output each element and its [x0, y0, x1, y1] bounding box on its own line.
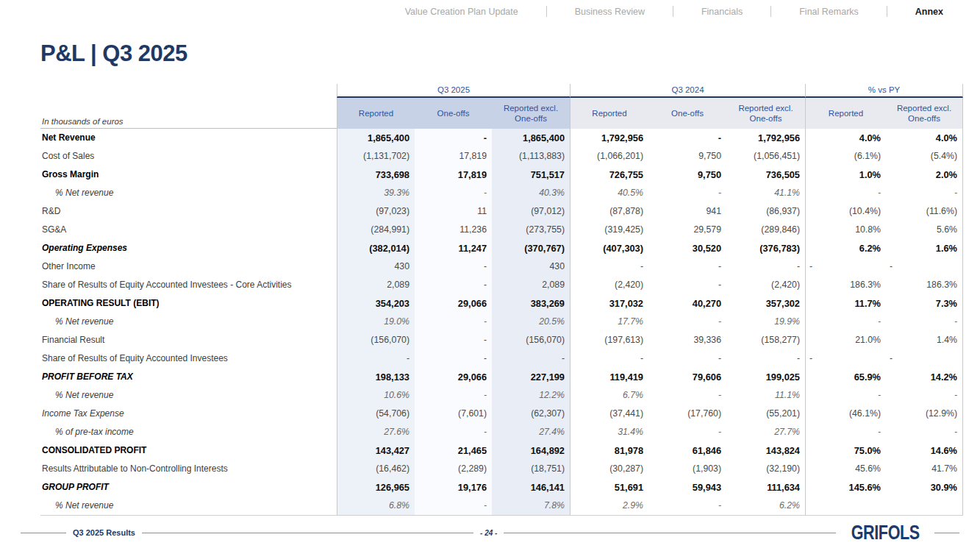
value-cell: (2,420): [570, 276, 648, 294]
nav-divider: [770, 6, 771, 17]
value-cell: (382,014): [337, 239, 415, 257]
value-cell: -: [886, 184, 963, 202]
value-cell: -: [648, 184, 726, 202]
value-cell: 751,517: [492, 166, 570, 184]
value-cell: 4.0%: [805, 129, 886, 147]
value-cell: 11.1%: [726, 386, 805, 405]
footer-line: [504, 533, 835, 533]
value-cell: (197,613): [570, 331, 648, 349]
col-header-q3-2025-reported: Reported: [337, 98, 415, 129]
value-cell: (2,289): [415, 460, 492, 478]
value-cell: 11.7%: [805, 294, 886, 313]
value-cell: -: [570, 257, 648, 276]
value-cell: (30,287): [570, 460, 648, 478]
value-cell: 6.7%: [570, 386, 648, 405]
value-cell: -: [415, 331, 492, 349]
value-cell: (2,420): [726, 276, 805, 294]
value-cell: 6.2%: [805, 239, 886, 257]
value-cell: 186.3%: [805, 276, 886, 294]
value-cell: (18,751): [492, 460, 570, 478]
value-cell: 11,236: [415, 221, 492, 239]
row-label: PROFIT BEFORE TAX: [40, 368, 337, 386]
col-header-pct-reported: Reported: [805, 98, 886, 129]
value-cell: -: [805, 423, 886, 441]
value-cell: 5.6%: [886, 221, 963, 239]
value-cell: 20.5%: [492, 313, 570, 331]
row-label: Operating Expenses: [40, 239, 337, 257]
tab-final-remarks[interactable]: Final Remarks: [799, 7, 859, 17]
value-cell: 2,089: [492, 276, 570, 294]
value-cell: 6.2%: [726, 497, 805, 515]
value-cell: 317,032: [570, 294, 648, 313]
value-cell: (7,601): [415, 405, 492, 423]
value-cell: -: [415, 349, 492, 368]
unit-note: In thousands of euros: [40, 98, 337, 129]
value-cell: -: [415, 423, 492, 441]
value-cell: (370,767): [492, 239, 570, 257]
value-cell: 430: [492, 257, 570, 276]
footer-line: [934, 533, 959, 533]
footer-line: [21, 533, 66, 533]
value-cell: -: [648, 257, 726, 276]
tab-financials[interactable]: Financials: [701, 7, 743, 17]
value-cell: 354,203: [337, 294, 415, 313]
row-label: CONSOLIDATED PROFIT: [40, 441, 337, 460]
value-cell: 40.3%: [492, 184, 570, 202]
value-cell: (46.1%): [805, 405, 886, 423]
value-cell: 111,634: [726, 478, 805, 497]
value-cell: (319,425): [570, 221, 648, 239]
value-cell: 12.2%: [492, 386, 570, 405]
value-cell: (1,131,702): [337, 147, 415, 166]
value-cell: (55,201): [726, 405, 805, 423]
row-label: % Net revenue: [40, 313, 337, 331]
value-cell: -: [726, 257, 805, 276]
col-header-q3-2024-reported: Reported: [570, 98, 648, 129]
value-cell: 79,606: [648, 368, 726, 386]
pl-table: Q3 2025 Q3 2024 % vs PY In thousands of …: [40, 84, 963, 516]
value-cell: 40,270: [648, 294, 726, 313]
value-cell: (54,706): [337, 405, 415, 423]
value-cell: (5.4%): [886, 147, 963, 166]
value-cell: 19.0%: [337, 313, 415, 331]
value-cell: 1.0%: [805, 166, 886, 184]
row-label: Financial Result: [40, 331, 337, 349]
value-cell: (10.4%): [805, 202, 886, 221]
row-label: % Net revenue: [40, 386, 337, 405]
row-label: GROUP PROFIT: [40, 478, 337, 497]
value-cell: 1,792,956: [570, 129, 648, 147]
value-cell: (1,066,201): [570, 147, 648, 166]
value-cell: 41.1%: [726, 184, 805, 202]
row-label: Income Tax Expense: [40, 405, 337, 423]
top-nav: Value Creation Plan Update Business Revi…: [0, 6, 980, 17]
value-cell: (407,303): [570, 239, 648, 257]
value-cell: 59,943: [648, 478, 726, 497]
value-cell: 11,247: [415, 239, 492, 257]
value-cell: (289,846): [726, 221, 805, 239]
value-cell: 2,089: [337, 276, 415, 294]
row-label: % Net revenue: [40, 497, 337, 515]
value-cell: 61,846: [648, 441, 726, 460]
value-cell: 75.0%: [805, 441, 886, 460]
value-cell: 145.6%: [805, 478, 886, 497]
value-cell: (11.6%): [886, 202, 963, 221]
nav-divider: [546, 6, 547, 17]
value-cell: -: [415, 497, 492, 515]
row-label: Share of Results of Equity Accounted Inv…: [40, 349, 337, 368]
value-cell: (1,113,883): [492, 147, 570, 166]
value-cell: -: [648, 423, 726, 441]
footer-label: Q3 2025 Results: [73, 528, 135, 537]
value-cell: (62,307): [492, 405, 570, 423]
value-cell: -: [805, 313, 886, 331]
tab-business-review[interactable]: Business Review: [575, 7, 645, 17]
value-cell: -: [415, 129, 492, 147]
value-cell: 10.8%: [805, 221, 886, 239]
tab-value-creation-plan-update[interactable]: Value Creation Plan Update: [405, 7, 518, 17]
value-cell: 65.9%: [805, 368, 886, 386]
group-title-q3-2025: Q3 2025: [337, 84, 570, 98]
value-cell: -: [415, 184, 492, 202]
tab-annex[interactable]: Annex: [915, 7, 943, 17]
value-cell: 51,691: [570, 478, 648, 497]
nav-divider: [887, 6, 887, 17]
value-cell: 2.0%: [886, 166, 963, 184]
value-cell: 29,066: [415, 294, 492, 313]
